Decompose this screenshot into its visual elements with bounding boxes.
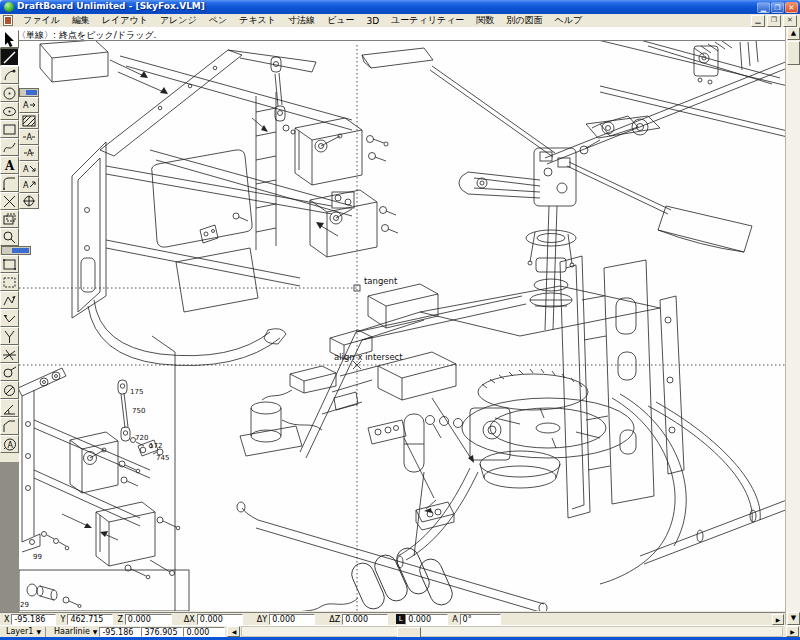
part-label: 175	[130, 388, 143, 396]
dx-field[interactable]: 0.000	[197, 614, 243, 625]
offset-rectangle-tool-button[interactable]	[0, 210, 19, 228]
mdi-restore-button[interactable]: ❐	[767, 15, 781, 27]
close-button[interactable]: ✕	[785, 2, 798, 13]
menu-dimension[interactable]: 寸法線	[282, 14, 321, 27]
partial-upper-view	[580, 41, 785, 154]
menu-other-drawing[interactable]: 別の図面	[500, 14, 548, 27]
symbol-a-tool-button[interactable]: A	[0, 435, 19, 453]
layer-name: Layer1	[6, 627, 33, 636]
divider	[45, 627, 46, 637]
cursor-z-readout: 0.000	[183, 627, 225, 637]
coordinate-bar-pan-button[interactable]: ▶	[772, 614, 784, 625]
trim-tool-button[interactable]	[0, 192, 19, 210]
angle-tool-button[interactable]	[0, 399, 19, 417]
center-point-tool-button[interactable]	[19, 193, 39, 209]
tool-palette: A	[0, 30, 19, 453]
zoom-tool-button[interactable]	[0, 228, 19, 246]
prompt-bar: 〈単線〉: 終点をピック/ドラッグ.	[0, 27, 785, 41]
document-icon[interactable]	[3, 15, 13, 26]
scroll-down-button[interactable]: ▼	[787, 612, 800, 625]
scroll-left-button[interactable]: ◀	[227, 626, 240, 637]
chevron-down-icon: ▼	[93, 628, 98, 635]
menu-arrange[interactable]: アレンジ	[154, 14, 203, 27]
mini-palette: A A A A A	[19, 88, 39, 209]
scroll-up-button[interactable]: ▲	[787, 27, 800, 40]
angle-field[interactable]: 0°	[460, 614, 501, 625]
circle-tool-button[interactable]	[0, 84, 19, 102]
mdi-minimize-button[interactable]: ▁	[751, 15, 765, 27]
dy-field[interactable]: 0.000	[269, 614, 315, 625]
menu-edit[interactable]: 編集	[66, 14, 96, 27]
x-field[interactable]: -95.186	[11, 614, 56, 625]
menu-help[interactable]: ヘルプ	[549, 14, 589, 27]
horizontal-scrollbar[interactable]	[241, 626, 783, 637]
vertical-scroll-thumb[interactable]	[787, 41, 800, 65]
svg-text:A: A	[4, 159, 15, 173]
dimension-vertical-tool-button[interactable]: A	[19, 145, 39, 161]
menu-text[interactable]: テキスト	[233, 14, 282, 27]
application-window: DraftBoard Unlimited - [SkyFox.VLM] ▁ ❐ …	[0, 0, 800, 640]
svg-text:A: A	[23, 165, 29, 174]
coordinate-bar: X -95.186 Y 462.715 Z 0.000 ΔX 0.000 ΔY …	[0, 612, 785, 625]
chamfer-tool-button[interactable]	[0, 417, 19, 435]
length-field[interactable]: 0.000	[405, 614, 448, 625]
ellipse-tool-button[interactable]	[0, 102, 19, 120]
arc-tool-button[interactable]	[0, 66, 19, 84]
svg-text:A: A	[27, 133, 33, 142]
rectangle-tool-button[interactable]	[0, 120, 19, 138]
selection-tool-button[interactable]	[0, 30, 19, 48]
cursor-x-readout: -95.186	[99, 627, 141, 637]
angle-label: A	[448, 615, 459, 624]
svg-text:A: A	[27, 149, 33, 158]
circle-handle-tool-button[interactable]	[0, 363, 19, 381]
mdi-close-button[interactable]: ✕	[783, 15, 797, 27]
rectangle2-tool-button[interactable]	[0, 255, 19, 273]
text-tool-button[interactable]: A	[0, 156, 19, 174]
dashed-rectangle-tool-button[interactable]	[0, 273, 19, 291]
dx-label: ΔX	[180, 615, 197, 624]
cad-drawing: tangent align x intersect	[19, 41, 785, 611]
text-align-tool-button[interactable]: A	[19, 97, 39, 113]
restore-button[interactable]: ❐	[771, 2, 784, 13]
trim-line-tool-button[interactable]	[0, 345, 19, 363]
palette-title-bar[interactable]	[1, 246, 31, 255]
dimension-horizontal-tool-button[interactable]: A	[19, 129, 39, 145]
polyline2-tool-button[interactable]	[0, 309, 19, 327]
dz-field[interactable]: 0.000	[342, 614, 388, 625]
scroll-right-button[interactable]: ▶	[786, 626, 799, 637]
rotor-head	[362, 48, 785, 330]
menu-function[interactable]: 関数	[470, 14, 500, 27]
menu-file[interactable]: ファイル	[17, 14, 66, 27]
part-label: 720	[135, 434, 148, 442]
z-label: Z	[113, 615, 124, 624]
drawing-canvas[interactable]: tangent align x intersect	[19, 41, 785, 611]
z-field[interactable]: 0.000	[125, 614, 172, 625]
menu-layout[interactable]: レイアウト	[96, 14, 154, 27]
menu-utility[interactable]: ユーティリティー	[385, 14, 470, 27]
mini-palette-title-bar[interactable]	[19, 88, 39, 97]
spline-tool-button[interactable]	[0, 138, 19, 156]
menu-pen[interactable]: ペン	[203, 14, 233, 27]
palette-background	[0, 462, 19, 612]
length-lock-icon[interactable]: L	[396, 614, 405, 624]
branch-tool-button[interactable]	[0, 327, 19, 345]
hatch-tool-button[interactable]	[19, 113, 39, 129]
title-bar[interactable]: DraftBoard Unlimited - [SkyFox.VLM] ▁ ❐ …	[0, 0, 800, 14]
pen-weight-dropdown[interactable]: Haarlinie ▼	[48, 626, 99, 637]
fillet-tool-button[interactable]	[0, 174, 19, 192]
part-label: 29	[20, 601, 29, 609]
part-label: 99	[33, 553, 42, 561]
menu-view[interactable]: ビュー	[321, 14, 360, 27]
line-tool-button[interactable]	[0, 48, 19, 66]
part-label: 172	[149, 442, 162, 450]
y-field[interactable]: 462.715	[67, 614, 113, 625]
vertical-scrollbar[interactable]: ▲ ▼	[785, 27, 800, 625]
minimize-button[interactable]: ▁	[757, 2, 770, 13]
text-arrow-tool-button[interactable]: A	[19, 161, 39, 177]
menu-3d[interactable]: 3D	[360, 16, 385, 26]
layer-dropdown[interactable]: Layer1 ▼	[0, 626, 43, 637]
no-fill-tool-button[interactable]	[0, 381, 19, 399]
text-arrow2-tool-button[interactable]: A	[19, 177, 39, 193]
polyline-tool-button[interactable]	[0, 291, 19, 309]
layer-bar: Layer1 ▼ Haarlinie ▼ -95.186 376.905 0.0…	[0, 625, 800, 637]
